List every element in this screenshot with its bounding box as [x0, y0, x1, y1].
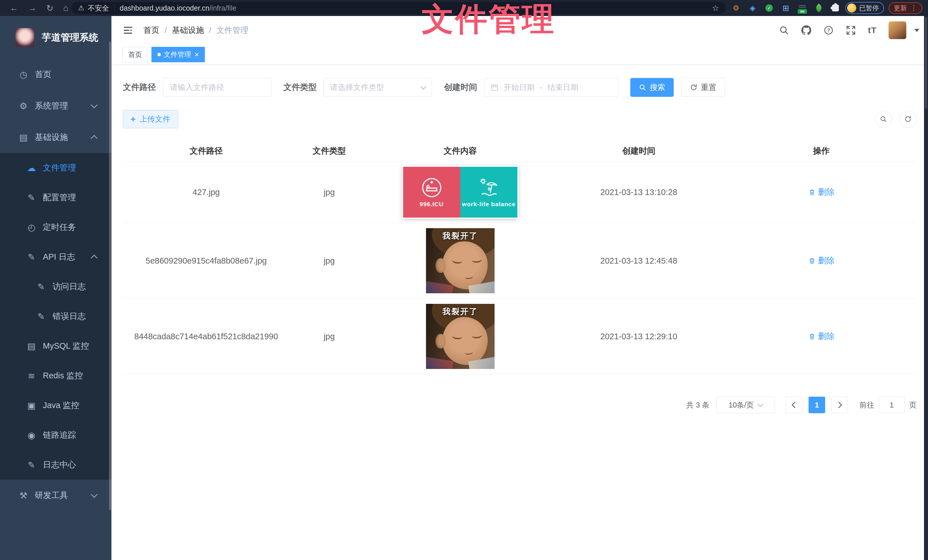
- devtools-icon: ⚒: [17, 490, 30, 501]
- sidebar-item[interactable]: ◴定时任务: [0, 213, 111, 242]
- user-avatar[interactable]: [888, 21, 906, 39]
- main-area: 首页/基础设施/文件管理 ? tT 首页文件管理× 文件路径: [111, 16, 928, 560]
- extension-grid-icon[interactable]: ⊞: [781, 4, 790, 12]
- sidebar-item[interactable]: ✎配置管理: [0, 183, 111, 213]
- browser-home-icon[interactable]: ⌂: [63, 3, 68, 13]
- page-scrollbar[interactable]: [924, 16, 928, 560]
- extension-check-icon[interactable]: ✓: [765, 4, 774, 12]
- active-dot-icon: [157, 53, 161, 56]
- tag-item[interactable]: 首页: [122, 47, 148, 62]
- chevron-right-icon: [836, 402, 842, 408]
- update-label: 更新: [894, 4, 907, 12]
- baby-face: [442, 317, 487, 365]
- column-header: 文件路径: [123, 141, 289, 161]
- calendar-icon: [491, 84, 499, 91]
- breadcrumb-separator: /: [209, 26, 211, 35]
- file-cloud-icon: ☁: [24, 163, 38, 173]
- fullscreen-icon[interactable]: [846, 25, 856, 35]
- hamburger-icon[interactable]: [122, 24, 134, 36]
- created-time-cell: 2021-03-13 12:45:48: [551, 223, 726, 299]
- breadcrumb-item[interactable]: 首页: [143, 25, 159, 36]
- browser-forward-icon[interactable]: →: [28, 3, 37, 13]
- browser-reload-icon[interactable]: ↻: [46, 3, 53, 13]
- upload-button-label: 上传文件: [140, 114, 171, 124]
- total-count: 共 3 条: [686, 400, 710, 410]
- sidebar-item[interactable]: ⚙系统管理: [0, 90, 111, 122]
- date-end-placeholder: 结束日期: [548, 82, 578, 93]
- extensions-puzzle-icon[interactable]: [831, 4, 840, 12]
- sidebar-item[interactable]: ☁文件管理: [0, 153, 111, 183]
- chevron-left-icon: [792, 402, 798, 408]
- extension-pin-icon[interactable]: ◈: [748, 4, 757, 12]
- profile-badge: 已暂停: [859, 4, 879, 12]
- sidebar-item[interactable]: ✎错误日志: [0, 301, 111, 331]
- extension-gear-icon[interactable]: ⚙: [732, 4, 740, 12]
- bookmark-star-icon[interactable]: ☆: [712, 3, 719, 13]
- goto-page-input[interactable]: [879, 397, 905, 413]
- sidebar-item-label: 文件管理: [43, 162, 76, 173]
- date-range-picker[interactable]: 开始日期 - 结束日期: [484, 78, 618, 97]
- sidebar-item[interactable]: ▤MySQL 监控: [0, 331, 111, 361]
- prev-page-button[interactable]: [786, 397, 802, 413]
- sidebar-item-label: 研发工具: [35, 490, 68, 501]
- browser-update-button[interactable]: 更新 ⋮: [888, 2, 922, 14]
- sidebar-item[interactable]: ✎日志中心: [0, 450, 111, 480]
- close-icon[interactable]: ×: [195, 51, 199, 58]
- file-table: 文件路径文件类型文件内容创建时间操作 427.jpgjpg 996.ICU wo…: [123, 141, 917, 374]
- sidebar-item[interactable]: ≋Redis 监控: [0, 361, 111, 391]
- refresh-table-button[interactable]: [899, 111, 917, 128]
- delete-button[interactable]: 删除: [808, 331, 835, 342]
- sidebar-item-label: 系统管理: [35, 100, 68, 112]
- sidebar-item[interactable]: ◉链路追踪: [0, 420, 111, 450]
- browser-back-icon[interactable]: ←: [10, 3, 18, 13]
- avatar-dropdown-icon[interactable]: [914, 29, 919, 32]
- browser-menu-icon[interactable]: ⋮: [910, 4, 917, 12]
- access-log-icon: ✎: [34, 282, 48, 292]
- next-page-button[interactable]: [832, 397, 848, 413]
- sidebar-item[interactable]: ✎API 日志: [0, 242, 111, 272]
- breadcrumb-item[interactable]: 基础设施: [172, 25, 204, 36]
- help-icon[interactable]: ?: [823, 25, 834, 35]
- delete-button[interactable]: 删除: [808, 255, 835, 266]
- delete-button[interactable]: 删除: [808, 186, 835, 198]
- font-size-icon[interactable]: tT: [868, 26, 876, 35]
- 996icu-panel: 996.ICU: [403, 167, 460, 218]
- file-type-select[interactable]: 请选择文件类型: [324, 78, 432, 97]
- sidebar-item-label: 配置管理: [43, 192, 76, 203]
- extension-leaf-icon[interactable]: [815, 4, 823, 12]
- page-number-current[interactable]: 1: [809, 397, 825, 413]
- file-path-field: [163, 78, 272, 97]
- create-time-label: 创建时间: [444, 82, 477, 93]
- file-preview-baby-meme[interactable]: 我裂开了: [426, 304, 495, 369]
- sidebar-item[interactable]: ⚒研发工具: [0, 480, 111, 511]
- file-path-input[interactable]: [169, 83, 265, 92]
- sidebar-scrollbar[interactable]: [109, 42, 111, 510]
- sidebar-item[interactable]: ▣Java 监控: [0, 391, 111, 420]
- browser-profile-chip[interactable]: 已暂停: [846, 2, 884, 14]
- file-preview-996icu[interactable]: 996.ICU work-life balance: [403, 167, 517, 218]
- address-bar[interactable]: ⚠ 不安全 dashboard.yudao.iocoder.cn /infra/…: [71, 2, 726, 14]
- file-preview-baby-meme[interactable]: 我裂开了: [426, 228, 495, 293]
- search-icon[interactable]: [779, 25, 789, 35]
- delete-label: 删除: [818, 255, 835, 266]
- column-header: 文件内容: [369, 141, 551, 161]
- upload-file-button[interactable]: + 上传文件: [123, 110, 178, 128]
- profile-avatar: [847, 3, 856, 12]
- tag-active[interactable]: 文件管理×: [151, 47, 205, 62]
- reset-button[interactable]: 重置: [681, 78, 725, 97]
- sidebar-item-label: 基础设施: [35, 132, 68, 143]
- url-path: /infra/file: [209, 4, 236, 12]
- toggle-search-button[interactable]: [875, 111, 892, 128]
- file-preview-cell: 我裂开了: [369, 299, 551, 374]
- page-size-select[interactable]: 10条/页: [716, 397, 775, 413]
- sidebar-item[interactable]: ✎访问日志: [0, 272, 111, 301]
- sidebar-item[interactable]: ◷首页: [0, 59, 111, 90]
- search-icon: [880, 116, 887, 123]
- github-icon[interactable]: [801, 25, 811, 35]
- meme-caption: 我裂开了: [426, 230, 495, 241]
- sidebar-item[interactable]: ▤基础设施: [0, 122, 111, 153]
- goto-label: 前往: [859, 400, 874, 410]
- search-button[interactable]: 搜索: [630, 78, 674, 97]
- app-logo[interactable]: 芋道管理系统: [0, 16, 111, 59]
- extension-switch-icon[interactable]: on: [798, 4, 807, 12]
